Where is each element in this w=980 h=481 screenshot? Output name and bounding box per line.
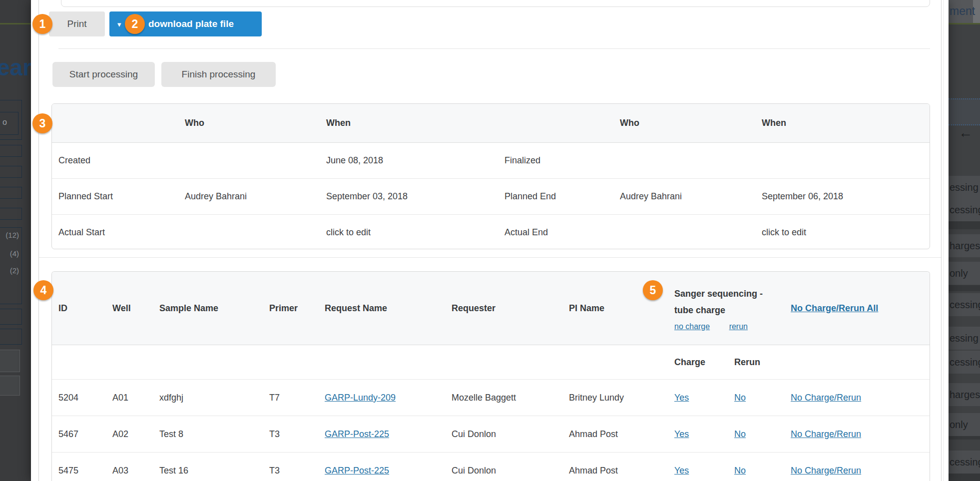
background-button-fragment: only [949, 413, 980, 436]
finish-processing-button[interactable]: Finish processing [161, 62, 276, 87]
sample-well: A03 [112, 466, 159, 476]
col-header-request-name: Request Name [325, 303, 452, 314]
charge-title-line1: Sanger sequencing - [674, 286, 791, 302]
annotation-badge-1: 1 [32, 14, 52, 34]
plate-grid-panel-cutoff [61, 0, 930, 7]
sample-primer: T7 [269, 393, 325, 403]
schedule-row-planned: Planned Start Audrey Bahrani September 0… [52, 179, 930, 215]
sample-id: 5475 [58, 466, 112, 476]
background-button-fragment: harges [949, 383, 980, 406]
schedule-row-actual: Actual Start click to edit Actual End cl… [52, 215, 930, 249]
sample-name: Test 16 [159, 466, 269, 476]
plate-detail-modal: Print ▾ download plate file Start proces… [31, 0, 949, 481]
row-label: Planned End [504, 191, 620, 202]
no-charge-rerun-link[interactable]: No Charge/Rerun [791, 393, 861, 403]
request-name-link[interactable]: GARP-Post-225 [325, 429, 389, 439]
background-button-fragment: essing [949, 176, 980, 199]
col-header-when: When [326, 118, 504, 128]
sample-row: 5204 A01 xdfghj T7 GARP-Lundy-209 Mozell… [52, 380, 930, 416]
col-header-primer: Primer [269, 303, 325, 314]
annotation-badge-4: 4 [33, 280, 53, 300]
background-count: (12) [0, 231, 19, 239]
caret-down-icon[interactable]: ▾ [117, 20, 121, 29]
annotation-badge-3: 3 [32, 113, 52, 133]
sample-pi-name: Britney Lundy [569, 393, 674, 403]
charge-toggle-link[interactable]: Yes [674, 429, 689, 439]
row-label: Finalized [504, 155, 620, 166]
who-value: Audrey Bahrani [185, 191, 326, 202]
row-label: Actual End [504, 227, 620, 238]
background-button-fragment: cessing [949, 198, 980, 221]
request-name-link[interactable]: GARP-Post-225 [325, 466, 389, 476]
charge-title-line2: tube charge [674, 302, 791, 319]
start-processing-button[interactable]: Start processing [52, 62, 155, 87]
subheader-rerun: Rerun [734, 357, 791, 368]
print-button-label: Print [67, 18, 86, 29]
background-gap [949, 221, 980, 229]
background-button-fragment: cessing [949, 351, 980, 374]
modal-inner-border-left [38, 0, 39, 481]
charge-toggle-link[interactable]: Yes [674, 466, 689, 476]
col-header-when: When [762, 118, 930, 128]
rerun-toggle-link[interactable]: No [734, 393, 746, 403]
charge-header-block: Sanger sequencing - tube charge no charg… [674, 286, 791, 331]
row-label: Created [58, 155, 185, 166]
rerun-toggle-link[interactable]: No [734, 466, 746, 476]
no-charge-rerun-link[interactable]: No Charge/Rerun [791, 429, 861, 439]
left-arrow-icon: ← [959, 125, 973, 141]
sample-well: A02 [112, 429, 159, 440]
request-name-link[interactable]: GARP-Lundy-209 [325, 393, 396, 403]
background-field [0, 166, 22, 178]
actual-end-click-to-edit[interactable]: click to edit [762, 227, 930, 238]
col-header-well: Well [112, 303, 159, 314]
schedule-table-header: Who When Who When [52, 104, 930, 143]
col-header-who: Who [185, 118, 326, 128]
sample-name: xdfghj [159, 393, 269, 403]
row-label: Planned Start [58, 191, 185, 202]
when-value: September 03, 2018 [326, 191, 504, 202]
sample-pi-name: Ahmad Post [569, 429, 674, 440]
annotation-badge-2: 2 [125, 14, 145, 34]
background-heading-fragment: ear [0, 54, 31, 81]
sample-row: 5467 A02 Test 8 T3 GARP-Post-225 Cui Don… [52, 416, 930, 453]
schedule-table: Who When Who When Created June 08, 2018 … [51, 103, 930, 249]
background-divider [0, 23, 31, 24]
download-button-label: download plate file [148, 18, 234, 29]
dimmed-background-left: ear o (12) (4) (2) [0, 0, 31, 481]
col-header-id: ID [58, 303, 112, 314]
background-input-text: o [2, 118, 7, 127]
print-button[interactable]: Print [49, 11, 105, 36]
modal-scrollbar-track [943, 0, 944, 481]
section-divider [39, 257, 941, 258]
rerun-toggle-link[interactable]: No [734, 429, 746, 439]
background-gap [949, 474, 980, 481]
samples-table-header: ID Well Sample Name Primer Request Name … [52, 272, 930, 345]
finish-processing-label: Finish processing [182, 69, 256, 80]
start-processing-label: Start processing [69, 69, 138, 80]
background-dotted-panel [949, 98, 980, 125]
background-button-fragment: cessing [949, 293, 980, 316]
col-header-requester: Requester [452, 303, 569, 314]
modal-scrollbar[interactable] [941, 0, 942, 481]
background-button-fragment: harges [949, 234, 980, 257]
rerun-all-link[interactable]: rerun [729, 322, 748, 331]
no-charge-rerun-all-link[interactable]: No Charge/Rerun All [791, 303, 878, 313]
sample-row: 5475 A03 Test 16 T3 GARP-Post-225 Cui Do… [52, 453, 930, 481]
charge-toggle-link[interactable]: Yes [674, 393, 689, 403]
no-charge-rerun-link[interactable]: No Charge/Rerun [791, 466, 861, 476]
sample-primer: T3 [269, 466, 325, 476]
background-field [0, 145, 22, 157]
background-button-fragment: cessing [949, 451, 980, 474]
background-field [0, 309, 22, 325]
who-value: Audrey Bahrani [620, 191, 762, 202]
sample-id: 5467 [58, 429, 112, 440]
actual-start-click-to-edit[interactable]: click to edit [326, 227, 504, 238]
samples-table: ID Well Sample Name Primer Request Name … [51, 271, 930, 481]
sample-name: Test 8 [159, 429, 269, 440]
section-divider [58, 48, 930, 49]
background-gap [949, 285, 980, 291]
subheader-charge: Charge [674, 357, 734, 368]
when-value: June 08, 2018 [326, 155, 504, 166]
no-charge-all-link[interactable]: no charge [674, 322, 710, 331]
sample-requester: Cui Donlon [452, 429, 569, 440]
